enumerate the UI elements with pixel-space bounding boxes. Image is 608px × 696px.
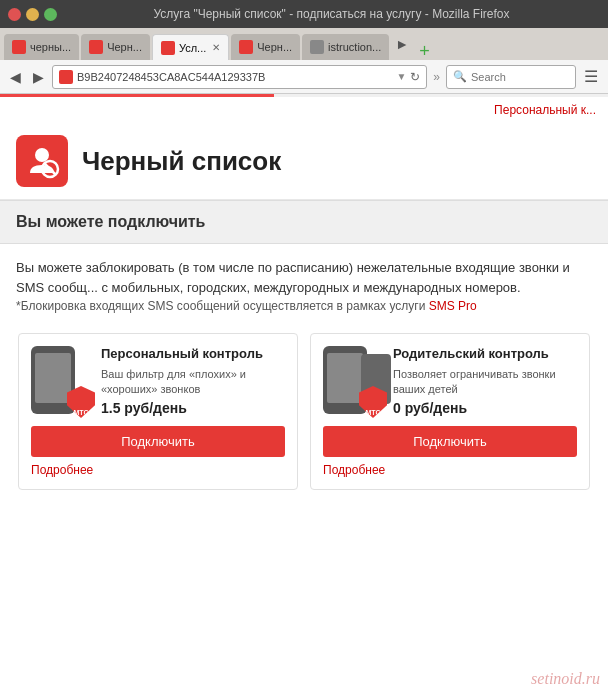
tab-5[interactable]: istruction... bbox=[302, 34, 389, 60]
nav-extra-arrows[interactable]: » bbox=[431, 68, 442, 86]
tabs-overflow-arrow[interactable]: ► bbox=[391, 36, 413, 52]
card-2-desc: Позволяет ограничивать звонки ваших дете… bbox=[393, 367, 577, 398]
more-link-1[interactable]: Подробнее bbox=[31, 463, 285, 477]
tab-1-label: черны... bbox=[30, 41, 71, 53]
tab-5-label: istruction... bbox=[328, 41, 381, 53]
connect-button-2[interactable]: Подключить bbox=[323, 426, 577, 457]
search-bar[interactable]: 🔍 bbox=[446, 65, 576, 89]
menu-button[interactable]: ☰ bbox=[580, 65, 602, 88]
tab-3-label: Усл... bbox=[179, 42, 206, 54]
tab-5-icon bbox=[310, 40, 324, 54]
card-1-image: МТС bbox=[31, 346, 91, 416]
maximize-button[interactable] bbox=[44, 8, 57, 21]
header-icon bbox=[16, 135, 68, 187]
url-bar[interactable]: B9B2407248453CA8AC544A129337B ▼ ↻ bbox=[52, 65, 427, 89]
personal-link-bar: Персональный к... bbox=[0, 97, 608, 123]
tab-4[interactable]: Черн... bbox=[231, 34, 300, 60]
phone-screen-2 bbox=[327, 353, 363, 403]
card-1-price: 1.5 руб/день bbox=[101, 400, 285, 416]
tab-3-icon bbox=[161, 41, 175, 55]
note-text: *Блокировка входящих SMS сообщений осуще… bbox=[16, 297, 592, 315]
phone-screen-1 bbox=[35, 353, 71, 403]
description-text: Вы можете заблокировать (в том числе по … bbox=[16, 258, 592, 297]
tab-3[interactable]: Усл... ✕ bbox=[152, 34, 229, 60]
watermark: setinoid.ru bbox=[531, 670, 600, 688]
tab-2-label: Черн... bbox=[107, 41, 142, 53]
section-title: Вы можете подключить bbox=[16, 213, 205, 230]
card-personal-control: МТС Персональный контроль Ваш фильтр для… bbox=[18, 333, 298, 490]
page-favicon bbox=[59, 70, 73, 84]
description-block: Вы можете заблокировать (в том числе по … bbox=[0, 244, 608, 321]
page-header: Черный список bbox=[0, 123, 608, 200]
tab-3-close[interactable]: ✕ bbox=[212, 42, 220, 53]
back-button[interactable]: ◀ bbox=[6, 67, 25, 87]
personal-account-link[interactable]: Персональный к... bbox=[494, 103, 596, 117]
new-tab-button[interactable]: + bbox=[419, 42, 430, 60]
cards-row: МТС Персональный контроль Ваш фильтр для… bbox=[0, 321, 608, 502]
window-title: Услуга "Черный список" - подписаться на … bbox=[63, 7, 600, 21]
blacklist-icon bbox=[24, 143, 60, 179]
tab-4-label: Черн... bbox=[257, 41, 292, 53]
card-2-title: Родительский контроль bbox=[393, 346, 577, 363]
tab-2-icon bbox=[89, 40, 103, 54]
sms-pro-link[interactable]: SMS Pro bbox=[429, 299, 477, 313]
window-controls[interactable] bbox=[8, 8, 57, 21]
tab-4-icon bbox=[239, 40, 253, 54]
more-link-2[interactable]: Подробнее bbox=[323, 463, 577, 477]
tab-1-icon bbox=[12, 40, 26, 54]
search-icon: 🔍 bbox=[453, 70, 467, 83]
connect-button-1[interactable]: Подключить bbox=[31, 426, 285, 457]
tab-1[interactable]: черны... bbox=[4, 34, 79, 60]
forward-button[interactable]: ▶ bbox=[29, 67, 48, 87]
card-1-title: Персональный контроль bbox=[101, 346, 285, 363]
page-content: Персональный к... Черный список Вы может… bbox=[0, 97, 608, 696]
titlebar: Услуга "Черный список" - подписаться на … bbox=[0, 0, 608, 28]
reload-button[interactable]: ↻ bbox=[410, 70, 420, 84]
card-1-desc: Ваш фильтр для «плохих» и «хороших» звон… bbox=[101, 367, 285, 398]
card-1-top: МТС Персональный контроль Ваш фильтр для… bbox=[31, 346, 285, 416]
card-parental-control: МТС Родительский контроль Позволяет огра… bbox=[310, 333, 590, 490]
close-button[interactable] bbox=[8, 8, 21, 21]
page-title: Черный список bbox=[82, 146, 281, 177]
navbar: ◀ ▶ B9B2407248453CA8AC544A129337B ▼ ↻ » … bbox=[0, 60, 608, 94]
card-2-info: Родительский контроль Позволяет ограничи… bbox=[393, 346, 577, 416]
tab-bar: черны... Черн... Усл... ✕ Черн... istruc… bbox=[0, 28, 608, 60]
card-2-price: 0 руб/день bbox=[393, 400, 577, 416]
search-input[interactable] bbox=[471, 71, 569, 83]
section-header: Вы можете подключить bbox=[0, 200, 608, 244]
svg-point-0 bbox=[35, 148, 49, 162]
card-2-image: МТС bbox=[323, 346, 383, 416]
url-text: B9B2407248453CA8AC544A129337B bbox=[77, 71, 392, 83]
tab-2[interactable]: Черн... bbox=[81, 34, 150, 60]
url-chevron-icon[interactable]: ▼ bbox=[396, 71, 406, 82]
card-2-top: МТС Родительский контроль Позволяет огра… bbox=[323, 346, 577, 416]
minimize-button[interactable] bbox=[26, 8, 39, 21]
card-1-info: Персональный контроль Ваш фильтр для «пл… bbox=[101, 346, 285, 416]
